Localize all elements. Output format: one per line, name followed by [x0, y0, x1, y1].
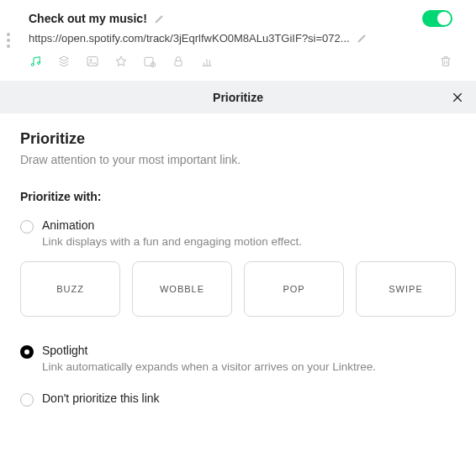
- link-title-row: Check out my music!: [29, 10, 452, 27]
- link-action-icons: [29, 55, 452, 71]
- prioritize-with-label: Prioritize with:: [20, 190, 456, 203]
- anim-wobble[interactable]: WOBBLE: [132, 261, 232, 317]
- radio-none[interactable]: [20, 393, 34, 407]
- prioritize-header-bar: Prioritize: [0, 81, 476, 113]
- drag-handle[interactable]: [7, 33, 10, 48]
- spotlight-desc: Link automatically expands when a visito…: [42, 360, 376, 373]
- option-spotlight[interactable]: Spotlight Link automatically expands whe…: [20, 344, 456, 373]
- lock-icon[interactable]: [172, 55, 185, 71]
- music-icon[interactable]: [29, 55, 42, 71]
- layout-icon[interactable]: [57, 55, 71, 71]
- link-title: Check out my music!: [29, 12, 147, 25]
- spotlight-title: Spotlight: [42, 344, 376, 357]
- prioritize-panel: Prioritize Draw attention to your most i…: [0, 113, 476, 423]
- link-url-row: https://open.spotify.com/track/3jEqrlfwK…: [29, 32, 452, 45]
- radio-spotlight[interactable]: [20, 345, 34, 359]
- svg-rect-4: [145, 57, 153, 66]
- animation-options: BUZZ WOBBLE POP SWIPE: [20, 261, 456, 317]
- image-icon[interactable]: [86, 55, 99, 71]
- animation-desc: Link displays with a fun and engaging mo…: [42, 235, 302, 248]
- svg-point-0: [31, 64, 34, 66]
- none-title: Don't prioritize this link: [42, 391, 160, 405]
- svg-rect-6: [175, 60, 182, 66]
- edit-url-icon[interactable]: [357, 33, 368, 44]
- panel-subtext: Draw attention to your most important li…: [20, 153, 456, 166]
- link-card: Check out my music! https://open.spotify…: [0, 0, 476, 81]
- radio-animation[interactable]: [20, 220, 34, 234]
- analytics-icon[interactable]: [200, 55, 214, 71]
- option-none[interactable]: Don't prioritize this link: [20, 391, 456, 407]
- anim-swipe[interactable]: SWIPE: [356, 261, 456, 317]
- option-animation[interactable]: Animation Link displays with a fun and e…: [20, 218, 456, 248]
- star-icon[interactable]: [114, 55, 128, 71]
- svg-point-3: [90, 60, 92, 61]
- animation-title: Animation: [42, 218, 302, 232]
- anim-buzz[interactable]: BUZZ: [20, 261, 120, 317]
- edit-title-icon[interactable]: [154, 13, 165, 24]
- anim-pop[interactable]: POP: [244, 261, 344, 317]
- svg-point-1: [38, 62, 40, 65]
- close-icon[interactable]: [451, 91, 464, 104]
- enable-toggle[interactable]: [422, 10, 452, 27]
- link-url: https://open.spotify.com/track/3jEqrlfwK…: [29, 32, 350, 45]
- delete-icon[interactable]: [439, 55, 452, 71]
- panel-heading: Prioritize: [20, 130, 456, 148]
- prioritize-bar-title: Prioritize: [213, 91, 263, 104]
- schedule-icon[interactable]: [143, 55, 156, 71]
